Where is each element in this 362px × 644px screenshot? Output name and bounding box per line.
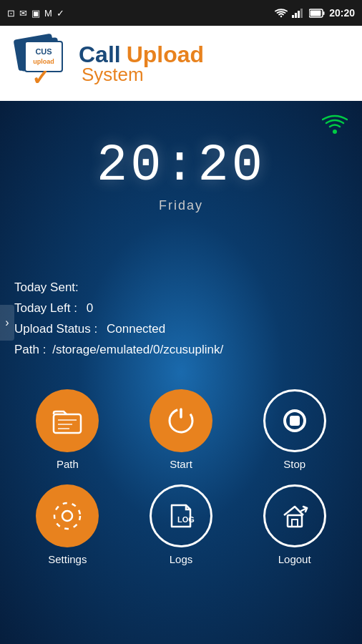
clock-time: 20:20	[97, 137, 265, 195]
clock-container: 20:20 Friday	[97, 137, 265, 213]
image-icon: ▣	[31, 8, 40, 19]
settings-icon	[51, 499, 84, 532]
settings-label-text: Settings	[48, 553, 87, 565]
logout-label-text: Logout	[278, 553, 311, 565]
buttons-grid: Path Start Stop	[0, 389, 362, 565]
stop-circle	[263, 389, 326, 452]
svg-rect-0	[292, 15, 294, 18]
svg-point-15	[54, 503, 80, 529]
svg-text:LOG: LOG	[177, 515, 195, 524]
email-icon: ✉	[19, 8, 27, 19]
today-sent-label: Today Sent:	[14, 280, 79, 294]
logs-button[interactable]: LOG Logs	[128, 484, 235, 565]
stop-inner	[290, 416, 300, 426]
svg-rect-3	[300, 9, 303, 18]
wifi-status-icon	[275, 8, 288, 18]
path-label-text: Path	[57, 458, 79, 470]
battery-icon	[309, 9, 325, 18]
folder-icon	[51, 404, 84, 437]
log-icon: LOG	[165, 499, 197, 532]
power-icon	[165, 404, 197, 437]
upload-status-label: Upload Status :	[14, 322, 97, 336]
logs-circle: LOG	[150, 484, 212, 547]
status-bar: ⊡ ✉ ▣ M ✓ 20:20	[0, 0, 362, 26]
stop-icon	[283, 409, 306, 432]
task-icon: ✓	[57, 8, 64, 19]
status-bar-right: 20:20	[275, 7, 355, 19]
today-sent-line: Today Sent:	[14, 278, 348, 298]
svg-point-14	[62, 511, 72, 521]
gmail-icon: M	[44, 8, 52, 19]
path-circle	[36, 389, 99, 452]
main-content: 20:20 Friday › Today Sent: Today Left : …	[0, 101, 362, 644]
svg-point-7	[333, 130, 337, 134]
info-section: Today Sent: Today Left : 0 Upload Status…	[0, 278, 362, 361]
svg-rect-6	[310, 10, 321, 16]
logout-button[interactable]: Logout	[241, 484, 348, 565]
logout-circle	[263, 484, 326, 547]
start-circle	[150, 389, 212, 452]
start-button[interactable]: Start	[128, 389, 235, 470]
status-bar-left: ⊡ ✉ ▣ M ✓	[7, 8, 64, 19]
home-arrow-icon	[278, 499, 311, 532]
today-left-label: Today Left :	[14, 301, 77, 315]
logo-icon: CUSupload ✓	[14, 36, 72, 90]
path-button[interactable]: Path	[14, 389, 121, 470]
signal-icon	[292, 8, 305, 18]
svg-rect-2	[298, 11, 300, 18]
today-left-line: Today Left : 0	[14, 298, 348, 319]
path-line: Path : /storage/emulated/0/zcusuplink/	[14, 340, 348, 361]
clock-status: 20:20	[329, 7, 355, 19]
svg-rect-1	[295, 13, 297, 18]
today-left-value: 0	[87, 301, 93, 315]
chevron-left-button[interactable]: ›	[0, 305, 14, 341]
upload-status-value: Connected	[107, 322, 165, 336]
path-label: Path :	[14, 343, 46, 356]
path-value: /storage/emulated/0/zcusuplink/	[52, 343, 223, 356]
logo-system: System	[82, 64, 204, 86]
header: CUSupload ✓ Call Upload System	[0, 26, 362, 101]
svg-rect-18	[288, 515, 302, 527]
svg-rect-19	[292, 519, 298, 527]
logo-container: CUSupload ✓ Call Upload System	[14, 36, 204, 90]
logs-label-text: Logs	[170, 553, 193, 565]
stop-button[interactable]: Stop	[241, 389, 348, 470]
logo-text: Call Upload System	[79, 42, 204, 86]
svg-rect-5	[323, 11, 325, 15]
notification-icon: ⊡	[7, 8, 15, 19]
settings-circle	[36, 484, 99, 547]
stop-label-text: Stop	[283, 458, 305, 470]
settings-button[interactable]: Settings	[14, 484, 121, 565]
upload-status-line: Upload Status : Connected	[14, 319, 348, 340]
clock-day: Friday	[97, 198, 265, 213]
start-label-text: Start	[170, 458, 192, 470]
wifi-connected-icon	[322, 114, 348, 139]
